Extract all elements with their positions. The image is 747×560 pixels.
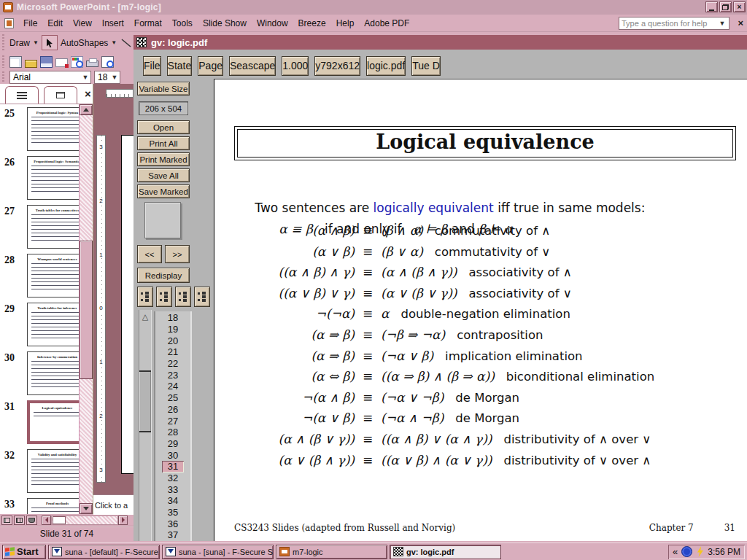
page-number-item[interactable]: 18: [154, 312, 192, 324]
menu-item[interactable]: Slide Show: [198, 16, 252, 31]
page-marker-button[interactable]: [175, 287, 191, 307]
normal-view-button[interactable]: [1, 516, 12, 525]
slide-thumbnail[interactable]: 27 Truth tables for connectives: [0, 204, 79, 253]
menu-item[interactable]: Tools: [167, 16, 198, 31]
gv-toolbar-button[interactable]: Page: [198, 56, 223, 76]
scrollbar-thumb[interactable]: [80, 241, 93, 379]
page-number-item[interactable]: 31: [162, 461, 184, 472]
save-icon[interactable]: [40, 56, 53, 68]
save-all-button[interactable]: Save All: [137, 168, 190, 182]
help-search-input[interactable]: [619, 18, 717, 28]
line-tool-icon[interactable]: [120, 37, 133, 49]
select-pointer-button[interactable]: [42, 35, 58, 50]
task-button[interactable]: m7-logic: [276, 545, 387, 559]
start-button[interactable]: Start: [2, 545, 46, 559]
page-number-item[interactable]: 35: [154, 507, 192, 518]
save-marked-button[interactable]: Save Marked: [137, 184, 190, 198]
open-folder-icon[interactable]: [25, 60, 37, 68]
redisplay-button[interactable]: Redisplay: [137, 268, 190, 283]
page-number-item[interactable]: 32: [154, 472, 192, 484]
menu-item[interactable]: File: [18, 16, 42, 31]
tab-outline[interactable]: [5, 86, 39, 104]
draw-menu-button[interactable]: Draw: [9, 38, 30, 48]
page-marker-button[interactable]: [194, 287, 210, 307]
slide-thumbnail[interactable]: 33 Proof methods: [0, 497, 79, 514]
page-number-item[interactable]: 22: [154, 358, 192, 370]
task-button[interactable]: suna - [suna] - F-Secure S...: [162, 545, 274, 559]
page-number-item[interactable]: 29: [154, 438, 192, 450]
gv-toolbar-button[interactable]: File: [143, 56, 161, 76]
page-number-item[interactable]: 36: [154, 518, 192, 529]
menu-item[interactable]: Adobe PDF: [359, 16, 414, 31]
tab-slides[interactable]: [44, 86, 77, 104]
task-button[interactable]: suna - [default] - F-Secure...: [48, 545, 160, 559]
page-list-scrollbar[interactable]: △: [139, 310, 152, 541]
page-preview-box[interactable]: [144, 202, 181, 238]
page-number-item[interactable]: 27: [154, 415, 192, 427]
page-number-item[interactable]: 30: [154, 449, 192, 461]
variable-size-button[interactable]: Variable Size: [137, 82, 190, 96]
scroll-up-button[interactable]: [80, 104, 93, 115]
print-preview-icon[interactable]: [101, 56, 114, 68]
font-size-combo[interactable]: 18 ▼: [94, 71, 120, 84]
print-icon[interactable]: [86, 61, 98, 67]
autoshapes-menu-button[interactable]: AutoShapes: [61, 38, 108, 48]
gv-toolbar-button[interactable]: Tue D: [411, 56, 441, 76]
slide-thumbnail[interactable]: 28 Wumpus world sentences: [0, 253, 79, 302]
close-button[interactable]: ×: [733, 1, 746, 12]
menu-item[interactable]: Format: [129, 16, 167, 31]
next-page-button[interactable]: >>: [165, 245, 190, 263]
menu-item[interactable]: Breeze: [293, 16, 331, 31]
gv-toolbar-button[interactable]: 1.000: [282, 56, 309, 76]
network-tray-icon[interactable]: [681, 546, 692, 557]
search-icon[interactable]: [71, 56, 83, 68]
slide-thumbnail[interactable]: 26 Propositional logic: Semantics: [0, 155, 79, 204]
scroll-down-button[interactable]: [80, 503, 93, 514]
page-number-item[interactable]: 28: [154, 427, 192, 438]
slide-thumbnail[interactable]: 25 Propositional logic: Syntax: [0, 106, 79, 155]
gv-toolbar-button[interactable]: logic.pdf: [366, 56, 406, 76]
gv-toolbar-button[interactable]: y792x612: [314, 56, 360, 76]
open-button[interactable]: Open: [137, 120, 190, 134]
page-number-item[interactable]: 37: [154, 529, 192, 541]
horizontal-scrollbar[interactable]: [42, 516, 128, 525]
page-marker-button[interactable]: [137, 287, 153, 307]
mail-icon[interactable]: [55, 58, 68, 67]
slideshow-view-button[interactable]: [26, 516, 37, 525]
slide-thumbnail[interactable]: 29 Truth tables for inference: [0, 302, 79, 351]
thumbnail-scrollbar[interactable]: [79, 104, 93, 514]
print-all-button[interactable]: Print All: [137, 136, 190, 150]
gv-titlebar[interactable]: gv: logic.pdf: [133, 35, 747, 50]
slide-sorter-view-button[interactable]: [14, 516, 25, 525]
scroll-up-button[interactable]: △: [139, 311, 151, 322]
gv-toolbar-button[interactable]: Seascape: [229, 56, 276, 76]
menu-item[interactable]: Edit: [42, 16, 68, 31]
page-number-item[interactable]: 25: [154, 392, 192, 404]
restore-button[interactable]: [719, 1, 732, 12]
page-number-item[interactable]: 21: [154, 346, 192, 358]
winamp-tray-icon[interactable]: [696, 546, 704, 557]
tray-expand-chevron[interactable]: «: [673, 546, 678, 557]
page-number-item[interactable]: 26: [154, 404, 192, 416]
panel-close-icon[interactable]: ×: [85, 88, 91, 100]
scrollbar-thumb[interactable]: [139, 370, 151, 432]
page-number-item[interactable]: 23: [154, 369, 192, 381]
scrollbar-track[interactable]: [51, 516, 118, 525]
page-number-item[interactable]: 34: [154, 495, 192, 507]
gv-toolbar-button[interactable]: State: [167, 56, 193, 76]
page-number-item[interactable]: 19: [154, 324, 192, 335]
notes-pane[interactable]: Click to a: [93, 494, 133, 515]
new-document-icon[interactable]: [9, 56, 22, 68]
menubar-close-icon[interactable]: ×: [738, 18, 743, 28]
menu-item[interactable]: Window: [252, 16, 293, 31]
menu-item[interactable]: View: [68, 16, 97, 31]
print-marked-button[interactable]: Print Marked: [137, 152, 190, 166]
previous-page-button[interactable]: <<: [137, 245, 162, 263]
scroll-right-button[interactable]: [118, 516, 128, 525]
task-button[interactable]: gv: logic.pdf: [390, 545, 501, 559]
page-marker-button[interactable]: [156, 287, 172, 307]
menu-item[interactable]: Insert: [97, 16, 129, 31]
slide-thumbnail[interactable]: 31 Logical equivalence: [0, 400, 79, 448]
page-number-item[interactable]: 20: [154, 335, 192, 346]
scroll-left-button[interactable]: [42, 516, 51, 525]
